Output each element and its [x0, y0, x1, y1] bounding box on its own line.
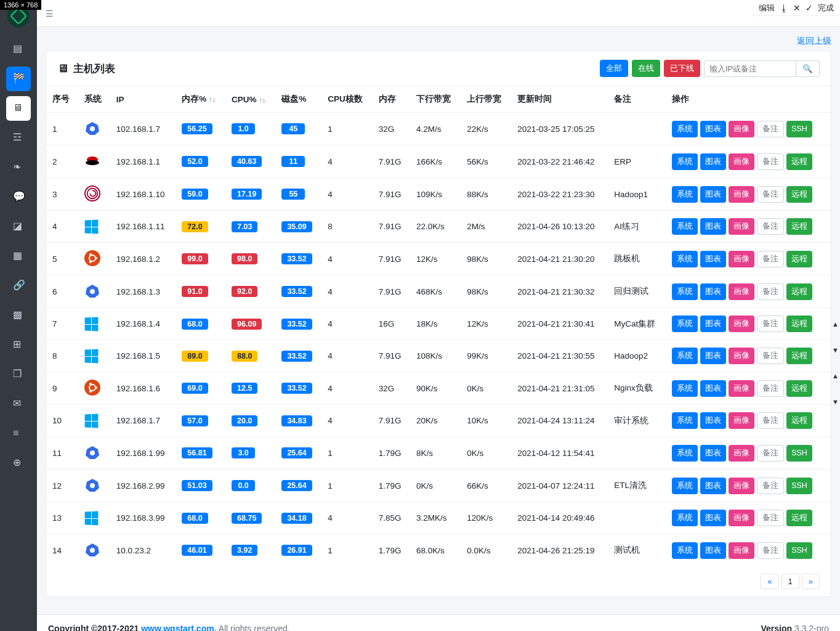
op-image-button[interactable]: 画像 [729, 412, 754, 429]
op-image-button[interactable]: 画像 [729, 283, 754, 300]
op-chart-button[interactable]: 图表 [700, 542, 726, 559]
col-cores[interactable]: CPU核数 [321, 86, 373, 113]
op-remark-button[interactable]: 备注 [757, 510, 784, 526]
op-system-button[interactable]: 系统 [672, 542, 698, 559]
op-image-button[interactable]: 画像 [729, 478, 754, 494]
sidebar-item-hosts[interactable]: 🖥 [6, 96, 31, 121]
filter-offline-button[interactable]: 已下线 [664, 60, 700, 77]
close-icon[interactable]: ✕ [793, 3, 801, 13]
op-connect-button[interactable]: 远程 [786, 153, 812, 170]
op-system-button[interactable]: 系统 [672, 478, 698, 494]
col-remark[interactable]: 备注 [608, 86, 666, 113]
sidebar-item-doc[interactable]: ▤ [6, 37, 31, 62]
sidebar-item-table[interactable]: ▦ [6, 244, 31, 269]
sidebar-item-bars[interactable]: ≡ [6, 421, 31, 446]
op-system-button[interactable]: 系统 [672, 153, 698, 170]
sidebar-item-list[interactable]: ☲ [6, 126, 31, 150]
toggle-sidebar-button[interactable]: ☰ [46, 9, 54, 18]
filter-online-button[interactable]: 在线 [632, 60, 660, 77]
op-chart-button[interactable]: 图表 [700, 121, 726, 137]
op-connect-button[interactable]: 远程 [786, 380, 812, 397]
op-connect-button[interactable]: SSH [786, 121, 812, 137]
op-remark-button[interactable]: 备注 [757, 186, 784, 203]
page-next-button[interactable]: » [802, 574, 820, 589]
op-chart-button[interactable]: 图表 [700, 153, 726, 170]
op-remark-button[interactable]: 备注 [757, 412, 784, 429]
op-remark-button[interactable]: 备注 [757, 283, 784, 300]
op-remark-button[interactable]: 备注 [757, 316, 784, 332]
op-chart-button[interactable]: 图表 [700, 478, 726, 494]
op-remark-button[interactable]: 备注 [757, 121, 784, 137]
back-link[interactable]: 返回上级 [797, 36, 831, 46]
op-connect-button[interactable]: 远程 [786, 283, 812, 300]
op-system-button[interactable]: 系统 [672, 380, 698, 397]
search-button[interactable]: 🔍 [796, 60, 820, 77]
op-chart-button[interactable]: 图表 [700, 186, 726, 203]
col-down[interactable]: 下行带宽 [410, 86, 461, 113]
op-remark-button[interactable]: 备注 [757, 153, 784, 170]
op-image-button[interactable]: 画像 [729, 153, 754, 170]
op-chart-button[interactable]: 图表 [700, 251, 726, 267]
op-remark-button[interactable]: 备注 [757, 218, 784, 235]
edit-label[interactable]: 编辑 [759, 2, 775, 14]
op-image-button[interactable]: 画像 [729, 218, 754, 235]
sidebar-item-link[interactable]: 🔗 [6, 274, 31, 298]
op-connect-button[interactable]: SSH [786, 478, 812, 494]
sidebar-item-zoom[interactable]: ⊕ [6, 451, 31, 476]
col-disk-pct[interactable]: 磁盘% [275, 86, 321, 113]
op-connect-button[interactable]: SSH [786, 445, 812, 462]
op-remark-button[interactable]: 备注 [757, 380, 784, 397]
op-connect-button[interactable]: 远程 [786, 316, 812, 332]
op-image-button[interactable]: 画像 [729, 510, 754, 526]
op-chart-button[interactable]: 图表 [700, 283, 726, 300]
op-system-button[interactable]: 系统 [672, 186, 698, 203]
page-number[interactable]: 1 [781, 574, 799, 589]
search-input[interactable] [704, 60, 796, 77]
col-mem-pct[interactable]: 内存% ↑↓ [176, 86, 225, 113]
footer-link[interactable]: www.wgstart.com. [141, 624, 216, 631]
op-system-button[interactable]: 系统 [672, 283, 698, 300]
sidebar-item-add[interactable]: ⊞ [6, 333, 31, 357]
op-connect-button[interactable]: 远程 [786, 251, 812, 267]
op-remark-button[interactable]: 备注 [757, 348, 784, 364]
col-updated[interactable]: 更新时间 [511, 86, 608, 113]
op-chart-button[interactable]: 图表 [700, 218, 726, 235]
sidebar-item-docker[interactable]: ◪ [6, 214, 31, 239]
op-image-button[interactable]: 画像 [729, 380, 754, 397]
op-chart-button[interactable]: 图表 [700, 348, 726, 364]
sidebar-item-dashboard[interactable]: 🏁 [6, 67, 31, 91]
op-image-button[interactable]: 画像 [729, 186, 754, 203]
check-icon[interactable]: ✓ [806, 3, 813, 13]
col-cpu-pct[interactable]: CPU% ↑↓ [225, 86, 275, 113]
op-chart-button[interactable]: 图表 [700, 510, 726, 526]
op-remark-button[interactable]: 备注 [757, 542, 784, 559]
op-connect-button[interactable]: SSH [786, 542, 812, 559]
sidebar-item-copy[interactable]: ❐ [6, 362, 31, 387]
op-system-button[interactable]: 系统 [672, 121, 698, 137]
op-image-button[interactable]: 画像 [729, 542, 754, 559]
op-connect-button[interactable]: 远程 [786, 348, 812, 364]
op-image-button[interactable]: 画像 [729, 348, 754, 364]
op-remark-button[interactable]: 备注 [757, 478, 784, 494]
op-system-button[interactable]: 系统 [672, 348, 698, 364]
sidebar-item-grid[interactable]: ▩ [6, 303, 31, 328]
col-ip[interactable]: IP [110, 86, 176, 113]
op-system-button[interactable]: 系统 [672, 412, 698, 429]
op-image-button[interactable]: 画像 [729, 445, 754, 462]
sidebar-item-chat[interactable]: 💬 [6, 185, 31, 210]
op-remark-button[interactable]: 备注 [757, 251, 784, 267]
op-system-button[interactable]: 系统 [672, 316, 698, 332]
done-label[interactable]: 完成 [818, 2, 834, 14]
col-os[interactable]: 系统 [78, 86, 110, 113]
op-connect-button[interactable]: 远程 [786, 218, 812, 235]
op-image-button[interactable]: 画像 [729, 251, 754, 267]
page-prev-button[interactable]: « [761, 574, 778, 589]
col-mem[interactable]: 内存 [373, 86, 410, 113]
op-chart-button[interactable]: 图表 [700, 380, 726, 397]
filter-all-button[interactable]: 全部 [600, 60, 628, 77]
sidebar-item-leaf[interactable]: ❧ [6, 155, 31, 180]
download-icon[interactable]: ⭳ [780, 3, 788, 13]
op-system-button[interactable]: 系统 [672, 218, 698, 235]
op-chart-button[interactable]: 图表 [700, 316, 726, 332]
op-image-button[interactable]: 画像 [729, 121, 754, 137]
